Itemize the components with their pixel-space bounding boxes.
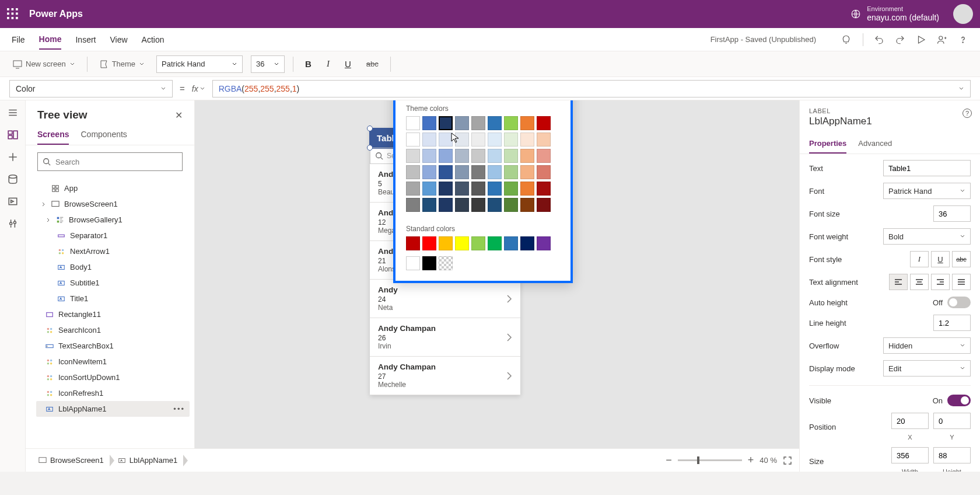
color-swatch[interactable] (455, 116, 469, 130)
color-swatch[interactable] (471, 133, 485, 147)
tree-item[interactable]: Subtitle1 (36, 275, 190, 291)
color-swatch[interactable] (439, 256, 453, 270)
strikethrough-button[interactable]: abc (363, 60, 382, 68)
color-swatch[interactable] (422, 116, 436, 130)
color-swatch[interactable] (488, 133, 502, 147)
tree-item[interactable]: Body1 (36, 259, 190, 275)
color-swatch[interactable] (520, 198, 534, 212)
color-swatch[interactable] (520, 149, 534, 163)
prop-fontsize-input[interactable] (933, 205, 971, 222)
color-swatch[interactable] (537, 182, 551, 196)
color-swatch[interactable] (520, 165, 534, 179)
color-swatch[interactable] (471, 236, 485, 250)
color-swatch[interactable] (439, 149, 453, 163)
search-input[interactable] (55, 158, 177, 166)
font-family-select[interactable]: Patrick Hand (156, 55, 243, 73)
zoom-out-button[interactable]: − (666, 454, 672, 466)
color-swatch[interactable] (537, 116, 551, 130)
color-swatch[interactable] (439, 198, 453, 212)
color-swatch[interactable] (504, 116, 518, 130)
color-swatch[interactable] (455, 165, 469, 179)
color-swatch[interactable] (488, 116, 502, 130)
color-swatch[interactable] (537, 165, 551, 179)
data-icon[interactable] (8, 174, 18, 184)
chevron-down-icon[interactable] (958, 86, 964, 92)
align-justify-button[interactable] (952, 274, 971, 290)
insert-icon[interactable] (8, 152, 18, 162)
menu-home[interactable]: Home (39, 30, 62, 50)
advanced-tools-icon[interactable] (8, 218, 18, 229)
autoheight-toggle[interactable] (947, 297, 971, 308)
property-selector[interactable]: Color (9, 80, 173, 97)
prop-displaymode-select[interactable]: Edit (883, 360, 971, 377)
visible-toggle[interactable] (947, 395, 971, 406)
color-swatch[interactable] (422, 256, 436, 270)
prop-width-input[interactable] (891, 447, 929, 463)
underline-toggle[interactable]: U (931, 251, 950, 267)
formula-input[interactable]: RGBA(255, 255, 255, 1) (212, 80, 971, 97)
tree-item[interactable]: Separator1 (36, 228, 190, 243)
italic-toggle[interactable]: I (910, 251, 929, 267)
color-swatch[interactable] (422, 133, 436, 147)
menu-action[interactable]: Action (142, 30, 164, 49)
info-icon[interactable]: ? (963, 109, 972, 118)
color-swatch[interactable] (406, 149, 420, 163)
color-swatch[interactable] (422, 182, 436, 196)
color-swatch[interactable] (422, 149, 436, 163)
color-swatch[interactable] (537, 149, 551, 163)
tree-item[interactable]: LblAppName1••• (36, 401, 190, 417)
prop-font-select[interactable]: Patrick Hand (883, 183, 971, 199)
align-left-button[interactable] (889, 274, 908, 290)
color-swatch[interactable] (520, 236, 534, 250)
tree-item[interactable]: TextSearchBox1 (36, 338, 190, 354)
color-swatch[interactable] (471, 182, 485, 196)
breadcrumb-control[interactable]: LblAppName1 (112, 454, 183, 467)
tree-item[interactable]: IconRefresh1 (36, 385, 190, 401)
color-swatch[interactable] (439, 116, 453, 130)
underline-button[interactable]: U (341, 59, 355, 69)
tree-item[interactable]: NextArrow1 (36, 243, 190, 259)
tree-view-icon[interactable] (8, 130, 18, 140)
fx-label[interactable]: fx (192, 84, 205, 93)
color-swatch[interactable] (537, 236, 551, 250)
color-swatch[interactable] (439, 133, 453, 147)
prop-lineheight-input[interactable] (933, 315, 971, 331)
align-center-button[interactable] (910, 274, 929, 290)
tab-screens[interactable]: Screens (37, 125, 69, 145)
close-icon[interactable]: ✕ (175, 110, 183, 121)
color-swatch[interactable] (471, 198, 485, 212)
tree-item[interactable]: IconSortUpDown1 (36, 369, 190, 385)
tree-search[interactable] (37, 152, 183, 171)
tree-item[interactable]: SearchIcon1 (36, 322, 190, 338)
color-swatch[interactable] (422, 236, 436, 250)
color-swatch[interactable] (422, 165, 436, 179)
color-swatch[interactable] (439, 236, 453, 250)
tree-item[interactable]: IconNewItem1 (36, 354, 190, 369)
color-swatch[interactable] (471, 165, 485, 179)
prop-fontweight-select[interactable]: Bold (883, 228, 971, 245)
gallery-item[interactable]: Andy24Neta (370, 280, 520, 318)
tree-item[interactable]: App (36, 180, 190, 196)
tree-item[interactable]: Rectangle11 (36, 306, 190, 322)
color-swatch[interactable] (406, 198, 420, 212)
tab-advanced[interactable]: Advanced (858, 134, 892, 154)
color-swatch[interactable] (439, 165, 453, 179)
color-swatch[interactable] (406, 236, 420, 250)
color-swatch[interactable] (488, 182, 502, 196)
menu-file[interactable]: File (12, 30, 25, 49)
play-icon[interactable] (916, 34, 926, 45)
color-swatch[interactable] (471, 149, 485, 163)
help-icon[interactable] (958, 34, 968, 45)
color-swatch[interactable] (504, 182, 518, 196)
color-swatch[interactable] (455, 198, 469, 212)
color-swatch[interactable] (520, 182, 534, 196)
color-swatch[interactable] (406, 116, 420, 130)
color-swatch[interactable] (488, 165, 502, 179)
color-swatch[interactable] (406, 182, 420, 196)
menu-view[interactable]: View (110, 30, 127, 49)
color-swatch[interactable] (504, 236, 518, 250)
color-swatch[interactable] (488, 198, 502, 212)
color-swatch[interactable] (537, 198, 551, 212)
breadcrumb-screen[interactable]: BrowseScreen1 (33, 454, 110, 467)
align-right-button[interactable] (931, 274, 950, 290)
